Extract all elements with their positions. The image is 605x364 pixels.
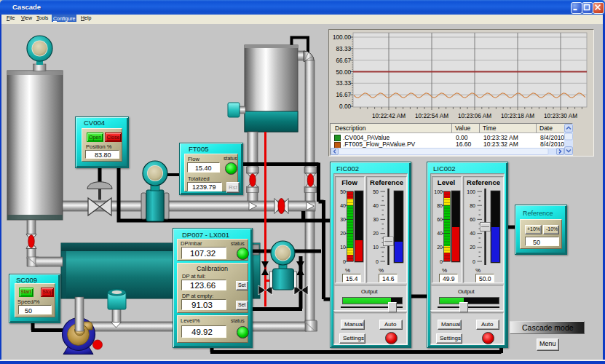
svg-text:10:22:54 AM: 10:22:54 AM	[415, 113, 448, 119]
svg-text:100: 100	[467, 189, 475, 194]
svg-text:50.00: 50.00	[336, 69, 352, 76]
svg-text:66.67: 66.67	[336, 58, 352, 64]
svg-text:30: 30	[340, 217, 346, 222]
svg-text:80: 80	[470, 203, 475, 208]
svg-text:40: 40	[340, 203, 346, 208]
svg-text:80: 80	[437, 203, 443, 208]
svg-text:60: 60	[437, 217, 443, 222]
svg-text:Level: Level	[438, 178, 455, 186]
svg-text:Reference: Reference	[467, 178, 500, 186]
svg-text:83.33: 83.33	[336, 46, 352, 52]
svg-text:40: 40	[437, 231, 443, 236]
svg-text:%: %	[442, 267, 447, 274]
svg-text:10: 10	[373, 245, 379, 250]
svg-text:40: 40	[470, 231, 475, 236]
svg-text:100.00: 100.00	[333, 34, 351, 41]
svg-text:50: 50	[373, 189, 379, 194]
svg-text:0.00: 0.00	[339, 103, 351, 110]
svg-text:100: 100	[434, 189, 443, 194]
svg-text:Reference: Reference	[370, 178, 403, 186]
svg-text:40: 40	[373, 203, 379, 208]
svg-text:%: %	[475, 267, 481, 274]
svg-text:Flow: Flow	[341, 178, 357, 186]
svg-text:0: 0	[376, 259, 379, 264]
svg-text:0: 0	[472, 259, 475, 264]
svg-text:50: 50	[340, 189, 346, 194]
svg-text:33.33: 33.33	[336, 80, 352, 87]
svg-text:10: 10	[340, 245, 346, 250]
svg-text:%: %	[345, 267, 350, 274]
svg-text:10:23:18 AM: 10:23:18 AM	[501, 113, 534, 119]
svg-text:60: 60	[470, 217, 475, 222]
svg-text:10:23:30 AM: 10:23:30 AM	[544, 113, 577, 119]
svg-text:20: 20	[373, 231, 379, 236]
svg-text:20: 20	[340, 231, 346, 236]
svg-text:10:22:42 AM: 10:22:42 AM	[372, 113, 406, 119]
svg-text:%: %	[379, 267, 384, 274]
svg-text:20: 20	[470, 245, 475, 250]
svg-text:20: 20	[437, 245, 443, 250]
svg-text:10:23:06 AM: 10:23:06 AM	[458, 113, 491, 119]
svg-text:16.67: 16.67	[336, 92, 352, 98]
svg-text:30: 30	[373, 217, 379, 222]
